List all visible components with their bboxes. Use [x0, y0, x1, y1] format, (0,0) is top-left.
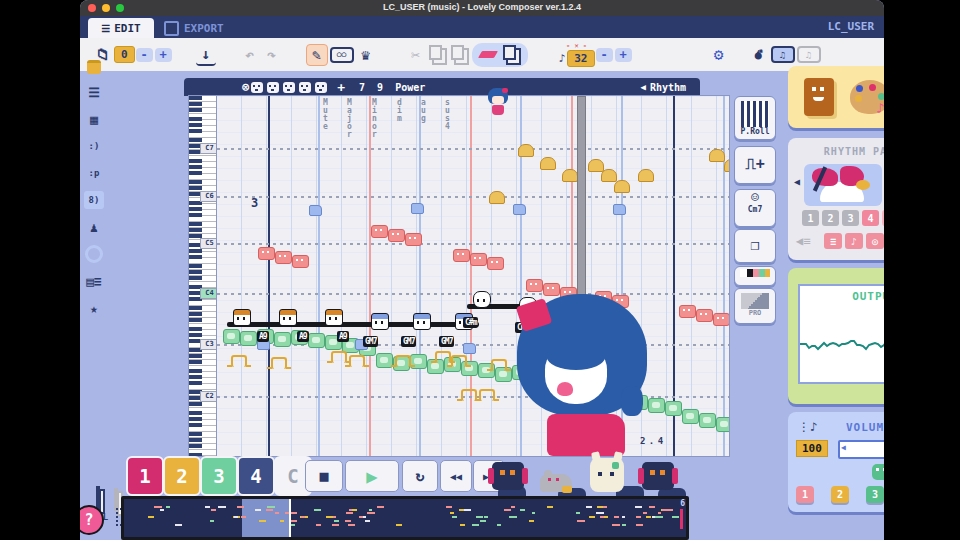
melody-note[interactable]: [526, 279, 543, 292]
melody-note[interactable]: [696, 309, 713, 322]
redo-icon[interactable]: ↷: [262, 45, 282, 65]
channel-tab-4[interactable]: 4: [237, 456, 275, 496]
channel-tab-2[interactable]: 2: [163, 456, 201, 496]
chord-note-ghost[interactable]: [473, 291, 491, 308]
rewind-button[interactable]: ◀◀: [440, 460, 472, 492]
drop-note[interactable]: [463, 343, 476, 354]
melody-note[interactable]: [275, 251, 292, 264]
timeline-minimap[interactable]: 6: [121, 496, 689, 540]
page-plus-button[interactable]: +: [155, 48, 172, 62]
rhythm-pulse-note[interactable]: [491, 359, 507, 371]
bell-note[interactable]: [562, 169, 578, 182]
bell-note[interactable]: [614, 180, 630, 193]
melody-note[interactable]: [388, 229, 405, 242]
tool-panel[interactable]: ♪ TOOL: [788, 66, 884, 128]
drop-note[interactable]: [309, 205, 322, 216]
save-icon[interactable]: ↓: [196, 44, 216, 66]
bell-note[interactable]: [709, 149, 725, 162]
scissors-icon[interactable]: ✂: [406, 45, 426, 65]
stop-button[interactable]: ■: [305, 460, 343, 492]
chord-face-icon-5[interactable]: [315, 82, 327, 93]
chord-column-dim[interactable]: dim: [395, 98, 404, 122]
chord-7-button[interactable]: 7: [359, 82, 365, 93]
timeline-copy-icon[interactable]: [96, 488, 104, 507]
melody-note[interactable]: [453, 249, 470, 262]
chord-note-hat[interactable]: [233, 309, 251, 326]
rhythm-num-✕4[interactable]: ✕4: [882, 210, 884, 226]
rhythm-tool-1[interactable]: ♪: [845, 233, 863, 249]
rhythm-speaker-icon[interactable]: ◀≡: [796, 234, 810, 248]
channel-tab-1[interactable]: 1: [126, 456, 164, 496]
volume-channel-2[interactable]: 2: [831, 486, 849, 503]
rhythm-header-label[interactable]: Rhythm: [650, 82, 686, 93]
layers-button[interactable]: ❐: [734, 229, 776, 263]
melody-note[interactable]: [470, 253, 487, 266]
volume-slider[interactable]: ◀ ▶: [838, 440, 884, 459]
melody-note[interactable]: [292, 255, 309, 268]
melody-note-2[interactable]: [716, 417, 730, 432]
bomb-icon[interactable]: 💣︎: [749, 45, 769, 65]
chord-note-hood[interactable]: [371, 313, 389, 330]
chord-power-button[interactable]: Power: [395, 82, 425, 93]
note-grid[interactable]: MuteMajorMinordimaugsus4A9A9A9GM7GM7GM7C…: [216, 95, 730, 457]
list-lines-icon[interactable]: ☰: [84, 83, 104, 101]
grid-plus-button[interactable]: +: [615, 48, 632, 62]
chord-mode-button[interactable]: ☺ Cm7: [734, 189, 776, 227]
chord-column-mute[interactable]: Mute: [321, 98, 330, 130]
palette-strip-button[interactable]: [734, 266, 776, 286]
melody-note-2[interactable]: [274, 332, 291, 347]
rhythm-pulse-note[interactable]: [479, 389, 495, 401]
hat-person-icon[interactable]: ♟: [84, 218, 104, 236]
rhythm-pulse-note[interactable]: [331, 351, 347, 363]
list-detail-icon[interactable]: ▤≡: [84, 272, 104, 290]
melody-note-2[interactable]: [240, 331, 257, 346]
rhythm-collapse-icon[interactable]: ◀: [640, 82, 645, 92]
help-button[interactable]: ?: [80, 505, 104, 535]
chord-note-hat[interactable]: [279, 309, 297, 326]
eraser-icon[interactable]: [478, 51, 498, 58]
play-button[interactable]: ▶: [345, 460, 399, 492]
settings-gear-icon[interactable]: ⚙: [709, 45, 729, 65]
bell-note[interactable]: [489, 191, 505, 204]
undo-icon[interactable]: ↶: [240, 45, 260, 65]
copy-icon[interactable]: [428, 45, 448, 65]
melody-note-2[interactable]: [699, 413, 716, 428]
chord-note-hat[interactable]: [325, 309, 343, 326]
slider-left-arrow-icon[interactable]: ◀: [841, 443, 846, 452]
bell-note[interactable]: [518, 144, 534, 157]
chord-column-sus4[interactable]: sus4: [443, 98, 452, 130]
duplicate-icon[interactable]: [503, 45, 516, 60]
bell-note[interactable]: [540, 157, 556, 170]
drop-note[interactable]: [613, 204, 626, 215]
drop-note[interactable]: [411, 203, 424, 214]
ring-icon[interactable]: [85, 245, 103, 263]
smile-face-icon[interactable]: :): [84, 137, 104, 155]
song-folder-icon[interactable]: ♫: [797, 46, 821, 63]
melody-note[interactable]: [405, 233, 422, 246]
rhythm-pulse-note[interactable]: [231, 355, 247, 367]
chord-column-aug[interactable]: aug: [419, 98, 428, 122]
bell-note[interactable]: [638, 169, 654, 182]
proll-view-button[interactable]: P.Roll: [734, 96, 776, 140]
song-pages-icon[interactable]: ♫: [771, 46, 795, 63]
chord-note-hood[interactable]: [413, 313, 431, 330]
rhythm-pulse-note[interactable]: [349, 355, 365, 367]
loop-button[interactable]: ↻: [402, 460, 438, 492]
volume-channel-3[interactable]: 3: [866, 486, 884, 503]
piano-keys[interactable]: C7C6C5C4C3C2: [188, 95, 218, 457]
melody-note-2[interactable]: [223, 329, 240, 344]
rhythm-num-4[interactable]: 4: [862, 210, 879, 226]
pencil-tool-icon[interactable]: ✎: [306, 44, 328, 66]
bell-note[interactable]: [601, 169, 617, 182]
chord-face-icon-3[interactable]: [283, 82, 295, 93]
add-chord-icon[interactable]: +: [337, 80, 345, 95]
chord-face-icon-4[interactable]: [299, 82, 311, 93]
star-list-icon[interactable]: ★: [84, 299, 104, 317]
melody-note[interactable]: [679, 305, 696, 318]
piano-view-icon[interactable]: ▦: [84, 110, 104, 128]
rhythm-num-2[interactable]: 2: [822, 210, 839, 226]
rhythm-pulse-note[interactable]: [395, 355, 411, 367]
chord-column-minor[interactable]: Minor: [370, 98, 379, 138]
palette-icon[interactable]: ♪: [850, 80, 884, 114]
pro-button[interactable]: PRO: [734, 288, 776, 324]
